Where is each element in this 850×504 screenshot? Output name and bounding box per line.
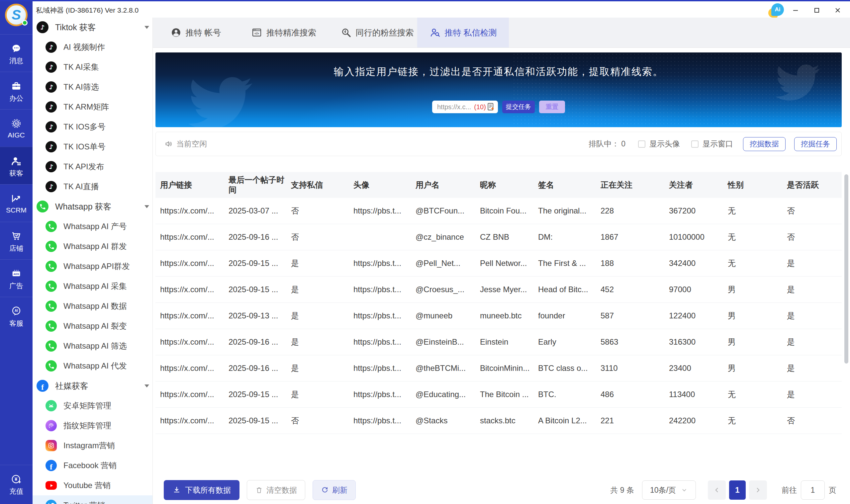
sidebar-item-Whatsapp-AI-裂变[interactable]: Whatsapp AI 裂变	[33, 316, 153, 336]
show-window-checkbox[interactable]	[691, 141, 698, 148]
sidebar-item-TK-AI采集[interactable]: ♪TK AI采集	[33, 57, 153, 77]
sidebar-item-TK-IOS多号[interactable]: ♪TK IOS多号	[33, 117, 153, 137]
maximize-button[interactable]	[812, 5, 822, 15]
assistant-avatar[interactable]: Ai	[769, 3, 784, 17]
table-cell: https://pbs.t...	[353, 259, 415, 268]
sidebar-item-安卓矩阵管理[interactable]: 安卓矩阵管理	[33, 396, 153, 416]
tab-3[interactable]: 同行的粉丝搜索	[329, 18, 425, 48]
mine-data-button[interactable]: 挖掘数据	[743, 137, 785, 151]
whatsapp-icon	[46, 340, 57, 352]
next-page-button[interactable]	[749, 481, 767, 500]
rail-item-shop[interactable]: 店铺	[0, 222, 33, 259]
clear-data-button[interactable]: 清空数据	[247, 480, 305, 500]
tab-1[interactable]: 推特 帐号	[153, 18, 238, 48]
table-row[interactable]: https://x.com/...2025-03-07 ...否https://…	[156, 198, 842, 224]
sidebar-item-AI-视频制作[interactable]: ♪AI 视频制作	[33, 37, 153, 57]
sidebar-item-Facebook-营销[interactable]: fFacebook 营销	[33, 455, 153, 475]
refresh-icon	[321, 486, 329, 494]
table-cell: 是	[291, 258, 353, 269]
whatsapp-icon	[46, 281, 57, 292]
trash-icon	[255, 486, 263, 494]
sidebar-item-社媒获客[interactable]: f社媒获客	[33, 376, 153, 396]
submit-task-button[interactable]: 提交任务	[502, 101, 535, 113]
whatsapp-icon	[46, 241, 57, 252]
rail-item-scrm[interactable]: SCRM	[0, 184, 33, 222]
sidebar-item-TK-AI筛选[interactable]: ♪TK AI筛选	[33, 77, 153, 97]
mine-task-button[interactable]: 挖掘任务	[794, 137, 837, 151]
sidebar-item-指纹矩阵管理[interactable]: 指纹矩阵管理	[33, 416, 153, 436]
sidebar-item-Tiktok-获客[interactable]: ♪Tiktok 获客	[33, 17, 153, 37]
caret-down-icon[interactable]	[144, 26, 149, 29]
current-page-button[interactable]: 1	[729, 481, 746, 500]
rail-item-recharge[interactable]: ¥充值	[0, 465, 33, 502]
url-input[interactable]: https://x.c... (10)	[432, 101, 498, 113]
table-row[interactable]: https://x.com/...2025-09-13 ...是https://…	[156, 303, 842, 329]
vertical-scrollbar[interactable]	[844, 174, 848, 363]
column-header: 签名	[538, 180, 601, 190]
window-title: 私域神器 (ID-386176) Ver 3.2.8.0	[36, 6, 139, 15]
rail-item-ads[interactable]: ADS广告	[0, 259, 33, 297]
table-row[interactable]: https://x.com/...2025-09-15 ...是https://…	[156, 276, 842, 303]
page-size-select[interactable]: 10条/页	[642, 481, 696, 500]
sidebar-item-TK-IOS单号[interactable]: ♪TK IOS单号	[33, 137, 153, 157]
table-cell: @cz_binance	[415, 232, 480, 242]
table-header: 用户链接最后一个帖子时间支持私信头像用户名昵称签名正在关注关注者性别是否活跃	[156, 172, 842, 198]
sidebar-item-TK-API发布[interactable]: ♪TK API发布	[33, 157, 153, 177]
table-row[interactable]: https://x.com/...2025-09-15 ...是https://…	[156, 250, 842, 276]
status-text: 当前空闲	[176, 139, 207, 149]
sidebar-item-Whatsapp-API群发[interactable]: Whatsapp API群发	[33, 256, 153, 276]
sidebar-item-Twitter-营销[interactable]: Twitter 营销	[33, 496, 153, 504]
tab-2[interactable]: </>推特精准搜索	[238, 18, 329, 48]
table-cell: https://x.com/...	[160, 259, 229, 268]
minimize-button[interactable]	[791, 5, 800, 15]
table-row[interactable]: https://x.com/...2025-09-15 ...是https://…	[156, 381, 842, 408]
facebook-icon: f	[46, 460, 57, 471]
download-all-button[interactable]: 下载所有数据	[164, 480, 240, 500]
refresh-button[interactable]: 刷新	[313, 480, 356, 500]
user-icon	[171, 27, 182, 38]
sidebar-item-Whatsapp-AI-产号[interactable]: Whatsapp AI 产号	[33, 216, 153, 236]
table-cell: 122400	[669, 311, 728, 320]
sidebar-item-TK-AI直播[interactable]: ♪TK AI直播	[33, 177, 153, 197]
speaker-icon	[164, 140, 173, 148]
sidebar-item-Whatsapp-AI-代发[interactable]: Whatsapp AI 代发	[33, 356, 153, 376]
rail-item-support[interactable]: AI客服	[0, 297, 33, 334]
prev-page-button[interactable]	[708, 481, 726, 500]
rail-item-office[interactable]: 办公	[0, 72, 33, 109]
rail-item-leads[interactable]: 获客	[0, 147, 33, 184]
total-count: 共 9 条	[610, 485, 634, 496]
table-cell: CZ BNB	[480, 232, 538, 242]
close-button[interactable]	[833, 5, 843, 15]
sidebar-item-Whatsapp-AI-群发[interactable]: Whatsapp AI 群发	[33, 236, 153, 256]
footer-bar: 下载所有数据 清空数据 刷新 共 9 条 10条/页 1 前往 1	[156, 480, 842, 500]
table-cell: 452	[601, 285, 669, 294]
sidebar-item-Whatsapp-AI-采集[interactable]: Whatsapp AI 采集	[33, 276, 153, 296]
sidebar-item-Instagram营销[interactable]: Instagram营销	[33, 436, 153, 455]
table-row[interactable]: https://x.com/...2025-09-16 ...是https://…	[156, 355, 842, 381]
column-header: 是否活跃	[787, 180, 842, 190]
paste-icon[interactable]	[486, 102, 496, 112]
sidebar-item-Whatsapp-AI-筛选[interactable]: Whatsapp AI 筛选	[33, 336, 153, 356]
table-row[interactable]: https://x.com/...2025-09-16 ...是https://…	[156, 329, 842, 355]
rail-item-messages[interactable]: 消息	[0, 34, 33, 72]
tab-4[interactable]: 推特 私信检测	[417, 18, 509, 48]
sidebar-item-Youtube-营销[interactable]: Youtube 营销	[33, 475, 153, 496]
table-row[interactable]: https://x.com/...2025-09-15 ...否https://…	[156, 408, 842, 434]
table-cell: 342400	[669, 259, 728, 268]
table-cell: 3110	[601, 363, 669, 373]
table-cell: DM:	[538, 232, 601, 242]
caret-down-icon[interactable]	[144, 205, 149, 208]
briefcase-icon	[11, 81, 22, 91]
goto-page-input[interactable]: 1	[801, 481, 825, 500]
table-cell: 97000	[669, 285, 728, 294]
sidebar-item-Whatsapp-AI-数据[interactable]: Whatsapp AI 数据	[33, 296, 153, 316]
tiktok-icon: ♪	[46, 121, 57, 132]
sidebar-item-Whatsapp-获客[interactable]: Whatsapp 获客	[33, 197, 153, 216]
sidebar-item-TK-ARM矩阵[interactable]: ♪TK ARM矩阵	[33, 97, 153, 117]
show-avatar-checkbox[interactable]	[638, 141, 645, 148]
rail-item-aigc[interactable]: AIAIGC	[0, 109, 33, 147]
table-row[interactable]: https://x.com/...2025-09-16 ...否@cz_bina…	[156, 224, 842, 250]
reset-button[interactable]: 重置	[539, 101, 565, 113]
caret-down-icon[interactable]	[144, 384, 149, 388]
table-cell: 是	[787, 337, 842, 347]
